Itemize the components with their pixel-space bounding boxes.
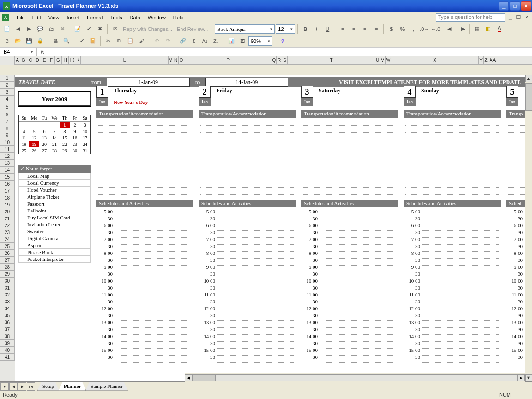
row-header-7[interactable]: 7 bbox=[0, 118, 15, 125]
schedule-line[interactable] bbox=[422, 211, 499, 217]
col-header-G[interactable]: G bbox=[55, 56, 62, 64]
menu-help[interactable]: Help bbox=[169, 13, 187, 22]
schedule-line[interactable] bbox=[115, 280, 191, 286]
not-forget-item[interactable]: Sweater bbox=[18, 228, 91, 235]
schedule-line[interactable] bbox=[320, 218, 396, 224]
format-painter-button[interactable]: 🖌 bbox=[136, 36, 146, 46]
worksheet-grid[interactable]: TRAVEL DATE from 1-Jan-09 to 14-Jan-09 V… bbox=[15, 75, 525, 381]
schedule-line[interactable] bbox=[422, 231, 499, 238]
next-comment-icon[interactable]: ▶ bbox=[24, 24, 34, 34]
transport-line[interactable] bbox=[200, 181, 294, 188]
col-header-X[interactable]: X bbox=[391, 56, 479, 64]
schedule-line[interactable] bbox=[115, 273, 191, 279]
not-forget-item[interactable]: Aspirin bbox=[18, 242, 91, 249]
schedule-line[interactable] bbox=[422, 308, 499, 314]
tab-nav-prev[interactable]: ◀ bbox=[9, 382, 18, 391]
schedule-line[interactable] bbox=[320, 342, 396, 349]
open-button[interactable]: 📂 bbox=[13, 36, 23, 46]
schedule-line[interactable] bbox=[320, 301, 396, 307]
schedule-line[interactable] bbox=[422, 266, 499, 272]
schedule-line[interactable] bbox=[422, 328, 499, 335]
schedule-line[interactable] bbox=[320, 294, 396, 300]
schedule-line[interactable] bbox=[217, 287, 294, 293]
schedule-line[interactable] bbox=[115, 211, 191, 217]
menu-edit[interactable]: Edit bbox=[29, 13, 45, 22]
row-header-32[interactable]: 32 bbox=[0, 291, 15, 298]
percent-button[interactable]: % bbox=[397, 24, 407, 34]
transport-line[interactable] bbox=[508, 126, 525, 133]
schedule-line[interactable] bbox=[217, 218, 294, 224]
schedule-line[interactable] bbox=[320, 273, 396, 279]
transport-line[interactable] bbox=[303, 154, 396, 160]
schedule-line[interactable] bbox=[422, 273, 499, 279]
select-all-button[interactable] bbox=[0, 56, 15, 65]
schedule-line[interactable] bbox=[422, 245, 499, 252]
transport-line[interactable] bbox=[405, 168, 499, 174]
transport-line[interactable] bbox=[508, 161, 525, 167]
reply-changes-button[interactable]: Reply with Changes... bbox=[121, 26, 174, 32]
transport-line[interactable] bbox=[405, 154, 499, 160]
transport-line[interactable] bbox=[303, 188, 396, 195]
transport-line[interactable] bbox=[98, 175, 191, 181]
schedule-line[interactable] bbox=[115, 356, 191, 363]
row-header-15[interactable]: 15 bbox=[0, 174, 15, 181]
scroll-right-button[interactable]: ▶ bbox=[517, 374, 525, 381]
schedule-line[interactable] bbox=[115, 245, 191, 252]
col-header-V[interactable]: V bbox=[380, 56, 386, 64]
print-button[interactable]: 🖶 bbox=[50, 36, 60, 46]
name-box[interactable]: B4▾ bbox=[0, 48, 37, 56]
transport-line[interactable] bbox=[98, 140, 191, 146]
row-header-4[interactable]: 4 bbox=[0, 96, 15, 103]
not-forget-item[interactable]: Phrase Book bbox=[18, 249, 91, 256]
row-header-11[interactable]: 11 bbox=[0, 146, 15, 153]
bold-button[interactable]: B bbox=[300, 24, 310, 34]
scroll-thumb-horizontal[interactable] bbox=[193, 375, 216, 381]
not-forget-item[interactable]: Ballpoint bbox=[18, 207, 91, 214]
schedule-line[interactable] bbox=[320, 266, 396, 272]
col-header-D[interactable]: D bbox=[34, 56, 41, 64]
schedule-line[interactable] bbox=[217, 259, 294, 266]
cut-button[interactable]: ✂ bbox=[103, 36, 113, 46]
scroll-up-button[interactable]: ▲ bbox=[525, 75, 532, 82]
close-button[interactable]: × bbox=[521, 1, 531, 11]
row-header-2[interactable]: 2 bbox=[0, 82, 15, 89]
transport-line[interactable] bbox=[98, 168, 191, 174]
schedule-line[interactable] bbox=[422, 314, 499, 321]
transport-line[interactable] bbox=[98, 181, 191, 188]
new-button[interactable]: 🗋 bbox=[2, 36, 12, 46]
transport-line[interactable] bbox=[98, 133, 191, 139]
row-header-8[interactable]: 8 bbox=[0, 125, 15, 132]
transport-line[interactable] bbox=[200, 161, 294, 167]
copy-button[interactable]: ⧉ bbox=[114, 36, 124, 46]
end-review-button[interactable]: End Review... bbox=[175, 26, 210, 32]
menu-file[interactable]: File bbox=[13, 13, 29, 22]
transport-line[interactable] bbox=[508, 188, 525, 195]
row-header-23[interactable]: 23 bbox=[0, 229, 15, 236]
schedule-line[interactable] bbox=[422, 280, 499, 286]
font-size-combo[interactable]: 12▾ bbox=[276, 24, 295, 34]
row-header-13[interactable]: 13 bbox=[0, 160, 15, 167]
schedule-line[interactable] bbox=[217, 294, 294, 300]
row-header-26[interactable]: 26 bbox=[0, 250, 15, 257]
menu-insert[interactable]: Insert bbox=[63, 13, 83, 22]
schedule-line[interactable] bbox=[217, 252, 294, 259]
transport-line[interactable] bbox=[303, 161, 396, 167]
show-comment-icon[interactable]: 💬 bbox=[35, 24, 45, 34]
row-header-37[interactable]: 37 bbox=[0, 326, 15, 333]
currency-button[interactable]: $ bbox=[386, 24, 396, 34]
transport-line[interactable] bbox=[98, 147, 191, 153]
row-header-22[interactable]: 22 bbox=[0, 222, 15, 229]
col-header-K[interactable]: K bbox=[75, 56, 81, 64]
transport-line[interactable] bbox=[508, 133, 525, 139]
transport-line[interactable] bbox=[303, 168, 396, 174]
undo-button[interactable]: ↶ bbox=[151, 36, 162, 46]
col-header-B[interactable]: B bbox=[20, 56, 27, 64]
increase-decimal-button[interactable]: .0→ bbox=[419, 24, 429, 34]
schedule-line[interactable] bbox=[320, 280, 396, 286]
row-header-25[interactable]: 25 bbox=[0, 243, 15, 250]
schedule-line[interactable] bbox=[320, 245, 396, 252]
col-header-S[interactable]: S bbox=[282, 56, 288, 64]
transport-line[interactable] bbox=[405, 140, 499, 146]
transport-line[interactable] bbox=[508, 140, 525, 146]
transport-line[interactable] bbox=[508, 175, 525, 181]
